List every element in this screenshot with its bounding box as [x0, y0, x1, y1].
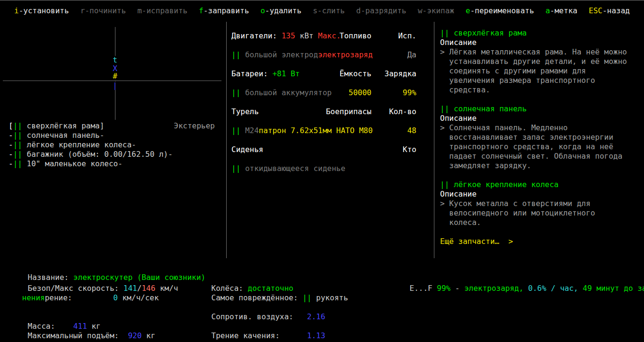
menu-item-repair: r-починить	[80, 6, 126, 16]
part-symbol: ||	[440, 28, 454, 37]
menu-item-refill[interactable]: f-заправить	[199, 6, 249, 16]
part-symbol: ||	[302, 293, 316, 302]
part-desc-title: || солнечная панель	[440, 104, 641, 114]
description-line: падает солнечный свет. Облачная погода	[440, 152, 641, 161]
part-list-item-frame[interactable]: [|| сверхлёгкая рама] Экстерьер	[9, 121, 215, 131]
description-heading: Описание	[440, 189, 641, 199]
part-name: -|| багажник (объём: 0.00/162.50 л)-	[9, 150, 173, 159]
description-line: > Лёгкая металлическая рама. На неё можн…	[440, 47, 641, 57]
offroad-row: Бездорожье: 18%	[193, 340, 321, 342]
turret-header-row: Турель Боеприпасы Кол-во	[227, 107, 434, 117]
cargo-capacity-row: Грузоподъёмность: 0.00 / 168.75 л	[9, 331, 178, 341]
engines-header-row: Двигатели: 135 кВт Макс. Топливо Исп.	[227, 31, 434, 41]
max-lift-row: Максимальный подъём: 920 кг	[9, 322, 155, 331]
part-name: -|| солнечная панель-	[9, 131, 104, 140]
engines-max-label: Макс.	[318, 31, 341, 40]
part-symbol: ||	[440, 104, 454, 113]
menu-item-rename[interactable]: e-переименовать	[466, 6, 534, 16]
description-line: соединять с другими рамами для	[440, 66, 641, 76]
wheels-row: Колёса: достаточно	[193, 274, 293, 284]
turret-item-row[interactable]: || M24патрон 7.62x51мм НАТО M80 48	[227, 126, 434, 135]
hotkey-unload: d	[356, 6, 361, 15]
fuel-type: электрозаряд,	[464, 284, 523, 293]
hotkey-remove: o	[260, 6, 265, 15]
menu-label-unload: -разрядить	[361, 6, 406, 15]
menu-label-back: -назад	[602, 6, 630, 15]
vehicle-tile-frame-cursor[interactable]: #	[113, 72, 117, 81]
menu-item-remove[interactable]: o-удалить	[260, 6, 301, 16]
column-header-capacity: Ёмкость	[340, 69, 371, 79]
menu-item-unload: d-разрядить	[356, 6, 406, 16]
part-desc-frame: || сверхлёгкая рама Описание > Лёгкая ме…	[440, 28, 641, 95]
description-line: > Солнечная панель. Медленно	[440, 123, 641, 133]
menu-item-install[interactable]: i-установить	[14, 6, 69, 16]
hotkey-mend: m	[137, 6, 142, 15]
hotkey-siphon: s	[313, 6, 318, 15]
turret-ammo-type: патрон 7.62x51мм НАТО M80	[259, 126, 373, 135]
hotkey-install: i	[14, 6, 19, 15]
acceleration-label: рение:	[45, 293, 114, 302]
description-line: средства.	[440, 85, 641, 95]
battery-item-row[interactable]: || большой аккумулятор 50000 99%	[227, 88, 434, 98]
engines-label: Двигатели:	[231, 31, 277, 40]
part-desc-title: || сверхлёгкая рама	[440, 28, 641, 38]
vehicle-tile-turret[interactable]: t	[113, 56, 117, 64]
most-damaged-label: Самое повреждённое:	[212, 293, 303, 302]
menu-item-crew: w-экипаж	[418, 6, 454, 16]
vehicle-name-row: Название: электроскутер (Ваши союзники)	[9, 263, 205, 273]
vehicle-tile-wheel[interactable]: |	[113, 81, 117, 90]
column-header-used: Исп.	[398, 31, 416, 41]
part-list-item-solar-panel[interactable]: -|| солнечная панель-	[9, 131, 215, 140]
part-desc-title-text: сверхлёгкая рама	[454, 28, 527, 37]
part-list-item-trunk[interactable]: -|| багажник (объём: 0.00/162.50 л)-	[9, 150, 215, 159]
part-symbol: ||	[231, 50, 240, 59]
fuel-eta: 49 минут до запол	[578, 284, 644, 293]
acceleration-unit: км/ч/сек	[118, 293, 159, 302]
seat-item-row[interactable]: || откидывающееся сиденье	[227, 164, 434, 173]
engine-item-row[interactable]: || большой электродэлектрозаряд Да	[227, 50, 434, 60]
battery-capacity: 50000	[349, 88, 371, 98]
part-list-item-wheel-mount[interactable]: -|| лёгкое крепление колеса-	[9, 140, 215, 150]
fuel-eta-wrap: нения	[22, 293, 45, 302]
part-symbol: ||	[440, 180, 454, 189]
description-line: велосипедного или мотоциклетного	[440, 208, 641, 218]
part-symbol: ||	[231, 164, 240, 173]
batteries-header-row: Батареи: +81 Вт Ёмкость Зарядка	[227, 69, 434, 79]
part-symbol: ||	[231, 126, 240, 135]
description-line: увеличения размера транспортного	[440, 76, 641, 85]
acceleration-row: нениярение: 0 км/ч/сек	[4, 284, 159, 293]
static-friction-row: Трение покоя: 0	[193, 331, 311, 341]
engine-name: большой электрод	[240, 50, 318, 59]
hotkey-rename: e	[466, 6, 470, 15]
part-desc-title-text: лёгкое крепление колеса	[454, 180, 559, 189]
speed-row: Безоп/Макс скорость: 141/146 км/ч	[9, 274, 178, 284]
column-header-qty: Кол-во	[389, 107, 416, 117]
more-parts-link[interactable]: Ещё запчасти… >	[440, 237, 641, 246]
engines-power: 135	[277, 31, 295, 40]
vehicle-stats-panel: Название: электроскутер (Ваши союзники) …	[0, 259, 644, 342]
description-line: колеса.	[440, 218, 641, 227]
air-drag-label: Сопротив. воздуха:	[212, 312, 307, 321]
fuel-percent: 99%	[437, 284, 450, 293]
description-line: > Кусок металла с отверстиями для	[440, 199, 641, 208]
batteries-label: Батареи:	[231, 69, 268, 78]
most-damaged-row: Самое повреждённое: || рукоять	[193, 284, 348, 293]
part-descriptions-panel: || сверхлёгкая рама Описание > Лёгкая ме…	[434, 22, 644, 258]
turret-name: M24	[240, 126, 259, 135]
menu-label-rename: -переименовать	[470, 6, 534, 15]
part-location-tag: Экстерьер	[174, 121, 215, 131]
fuel-gauge: E...F	[410, 284, 437, 293]
cursor-crosshair-horizontal	[3, 81, 221, 81]
acceleration-value: 0	[113, 293, 118, 302]
battery-charge: 99%	[403, 88, 416, 98]
menu-item-label[interactable]: a-метка	[546, 6, 577, 16]
fuel-indicator-row: E...F 99% - электрозаряд, 0.6% / час, 49…	[391, 274, 644, 284]
parts-at-cursor-list: [|| сверхлёгкая рама] Экстерьер -|| солн…	[9, 121, 215, 169]
hotkey-repair: r	[80, 6, 85, 15]
menu-item-back[interactable]: ESC-назад	[589, 6, 630, 16]
part-list-item-small-wheel[interactable]: -|| 10" маленькое колесо-	[9, 159, 215, 169]
part-name: [|| сверхлёгкая рама]	[9, 121, 104, 131]
column-header-who: Кто	[403, 145, 416, 154]
part-desc-wheel-mount: || лёгкое крепление колеса Описание > Ку…	[440, 180, 641, 227]
menu-label-mend: -исправить	[142, 6, 187, 15]
